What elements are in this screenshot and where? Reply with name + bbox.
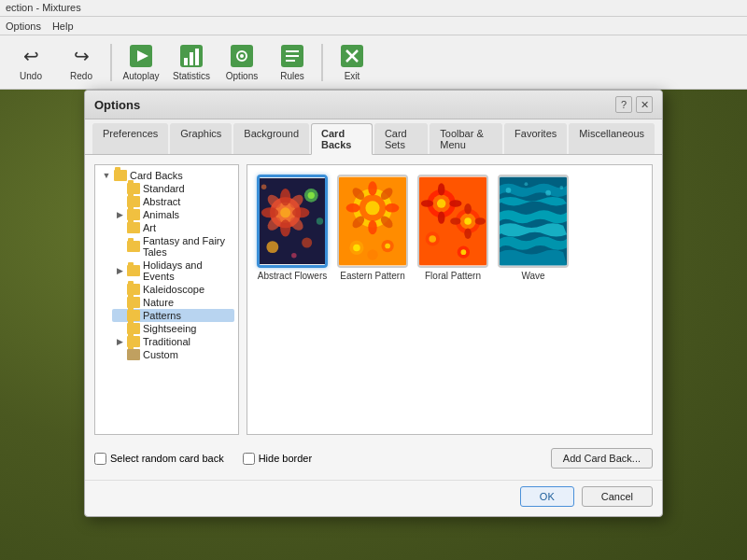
folder-icon — [127, 265, 140, 276]
svg-point-22 — [261, 207, 278, 217]
app-title: ection - Mixtures — [6, 2, 81, 13]
options-icon — [229, 43, 255, 69]
add-card-back-button[interactable]: Add Card Back... — [551, 448, 653, 469]
card-thumb-wave — [498, 175, 569, 268]
undo-icon: ↩ — [18, 43, 44, 69]
redo-icon: ↪ — [68, 43, 94, 69]
spacer — [114, 196, 125, 207]
tree-item-card-backs[interactable]: ▼ Card Backs — [99, 169, 234, 182]
spacer — [114, 349, 125, 360]
spacer — [114, 297, 125, 308]
svg-point-73 — [525, 182, 529, 186]
expand-icon: ▶ — [114, 209, 125, 220]
svg-rect-12 — [286, 60, 295, 62]
folder-icon — [114, 170, 127, 181]
tree-item-holidays[interactable]: ▶ Holidays and Events — [112, 259, 234, 283]
svg-point-23 — [292, 207, 309, 217]
svg-rect-4 — [190, 52, 193, 65]
random-checkbox[interactable] — [94, 453, 106, 465]
bottom-bar: Select random card back Hide border Add … — [94, 442, 653, 470]
random-checkbox-label[interactable]: Select random card back — [94, 453, 224, 465]
spacer — [114, 323, 125, 334]
card-floral-pattern[interactable]: Floral Pattern — [417, 175, 488, 281]
border-checkbox[interactable] — [243, 453, 255, 465]
svg-point-38 — [365, 201, 379, 215]
options-button[interactable]: Options — [218, 39, 265, 86]
svg-point-55 — [437, 199, 445, 207]
redo-button[interactable]: ↪ Redo — [58, 39, 105, 86]
exit-icon — [339, 43, 365, 69]
svg-point-58 — [421, 200, 433, 207]
autoplay-icon — [128, 43, 154, 69]
svg-point-74 — [545, 190, 551, 196]
svg-point-56 — [438, 183, 445, 195]
svg-point-59 — [449, 200, 461, 207]
svg-point-42 — [385, 203, 399, 212]
menu-options[interactable]: Options — [6, 21, 41, 32]
tab-favorites[interactable]: Favorites — [504, 123, 567, 154]
border-checkbox-text: Hide border — [259, 453, 312, 464]
tree-item-art[interactable]: Art — [112, 221, 234, 234]
svg-rect-11 — [286, 55, 299, 57]
tree-label: Sightseeing — [143, 323, 197, 334]
tab-background[interactable]: Background — [233, 123, 309, 154]
options-label: Options — [226, 71, 258, 81]
tab-graphics[interactable]: Graphics — [170, 123, 232, 154]
border-checkbox-label[interactable]: Hide border — [243, 453, 312, 465]
statistics-button[interactable]: Statistics — [168, 39, 215, 86]
card-label-floral: Floral Pattern — [425, 271, 481, 281]
tree-label: Nature — [143, 297, 174, 308]
card-thumb-abstract — [257, 175, 328, 268]
tree-label: Card Backs — [130, 170, 183, 181]
tree-item-fantasy[interactable]: Fantasy and Fairy Tales — [112, 234, 234, 259]
spacer — [114, 310, 125, 321]
undo-button[interactable]: ↩ Undo — [7, 39, 54, 86]
undo-label: Undo — [20, 71, 42, 81]
tab-card-sets[interactable]: Card Sets — [374, 123, 428, 154]
exit-button[interactable]: Exit — [329, 39, 375, 86]
svg-point-70 — [461, 249, 467, 255]
svg-rect-3 — [184, 58, 188, 65]
ok-button[interactable]: OK — [520, 486, 574, 507]
tree-item-custom[interactable]: Custom — [112, 348, 234, 361]
dialog-titlebar: Options ? ✕ — [85, 91, 662, 119]
tab-bar: Preferences Graphics Background Card Bac… — [85, 119, 662, 155]
card-abstract-flowers[interactable]: Abstract Flowers — [257, 175, 328, 281]
svg-point-65 — [450, 217, 460, 225]
autoplay-button[interactable]: Autoplay — [118, 39, 164, 86]
svg-point-39 — [368, 181, 376, 195]
tree-label: Kaleidoscope — [143, 284, 204, 295]
spacer — [114, 222, 125, 233]
card-wave[interactable]: Wave — [498, 175, 569, 281]
toolbar-divider-2 — [321, 44, 323, 81]
tree-panel[interactable]: ▼ Card Backs Standard Abstract — [94, 164, 239, 435]
svg-rect-5 — [195, 49, 199, 65]
svg-point-51 — [367, 249, 377, 259]
autoplay-label: Autoplay — [123, 71, 160, 81]
dialog-controls: ? ✕ — [615, 96, 653, 113]
folder-icon — [127, 222, 140, 233]
content-area: ▼ Card Backs Standard Abstract — [94, 164, 653, 435]
cancel-button[interactable]: Cancel — [582, 486, 653, 507]
tab-card-backs[interactable]: Card Backs — [311, 123, 373, 155]
svg-point-48 — [353, 245, 360, 252]
dialog-help-button[interactable]: ? — [615, 96, 632, 113]
dialog-footer: OK Cancel — [85, 480, 662, 516]
tree-label: Standard — [143, 183, 185, 194]
tab-miscellaneous[interactable]: Miscellaneous — [569, 123, 655, 154]
dialog-close-button[interactable]: ✕ — [636, 96, 653, 113]
tab-preferences[interactable]: Preferences — [92, 123, 168, 154]
tab-toolbar-menu[interactable]: Toolbar & Menu — [430, 123, 502, 154]
card-label-eastern: Eastern Pattern — [340, 271, 404, 281]
dialog-body: ▼ Card Backs Standard Abstract — [85, 155, 662, 480]
tree-label: Art — [143, 222, 156, 233]
rules-button[interactable]: Rules — [269, 39, 316, 86]
app-titlebar: ection - Mixtures — [0, 0, 747, 17]
card-eastern-pattern[interactable]: Eastern Pattern — [337, 175, 408, 281]
svg-point-40 — [368, 220, 376, 234]
svg-point-41 — [346, 203, 360, 212]
menu-help[interactable]: Help — [52, 21, 74, 32]
options-dialog: Options ? ✕ Preferences Graphics Backgro… — [84, 90, 663, 517]
expand-icon: ▶ — [114, 265, 125, 276]
svg-point-31 — [302, 238, 312, 248]
